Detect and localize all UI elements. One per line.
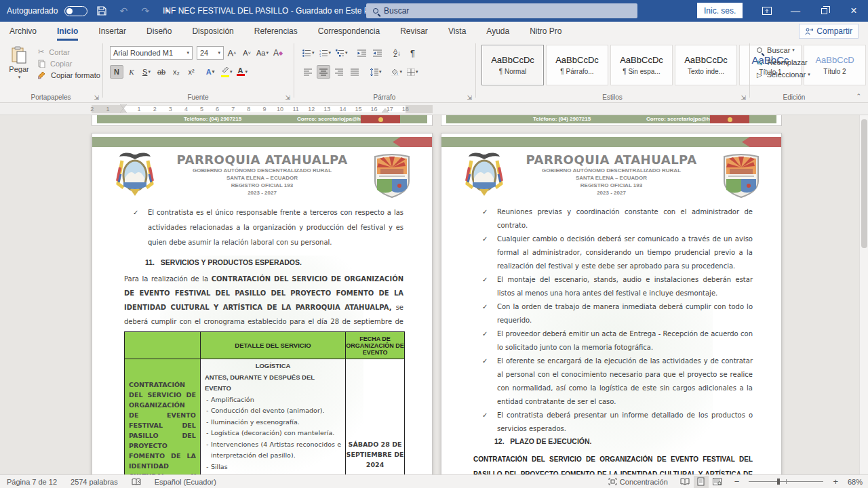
detail-item: -Amplificación — [205, 394, 341, 406]
italic-button[interactable]: K — [125, 65, 138, 79]
previous-page-fragment-right: Teléfono: (04) 2907215 Correo: secretari… — [441, 115, 782, 126]
minimize-button[interactable]: — — [781, 0, 810, 22]
read-mode-button[interactable] — [677, 476, 692, 488]
page-indicator[interactable]: Página 7 de 12 — [7, 478, 57, 486]
bullet-list-button[interactable]: ▾ — [301, 46, 316, 60]
justify-button[interactable] — [348, 65, 361, 79]
zoom-out-button[interactable]: − — [734, 476, 740, 487]
styles-dialog-launcher[interactable]: ⇲ — [741, 94, 746, 101]
zoom-slider-handle[interactable] — [777, 479, 780, 485]
tab-insertar[interactable]: Insertar — [98, 22, 126, 41]
vertical-scrollbar[interactable] — [859, 115, 868, 474]
line-spacing-button[interactable]: ▾ — [368, 65, 383, 79]
check-marker: ✓ — [133, 205, 148, 250]
page-8[interactable]: PARROQUIA ATAHUALPA GOBIERNO AUTÓNOMO DE… — [441, 133, 782, 474]
redo-icon[interactable]: ↷ — [138, 3, 153, 18]
font-size-combobox[interactable]: 24▾ — [197, 46, 224, 60]
bullet-text: El contratista es el único responsable f… — [148, 205, 403, 250]
align-center-button[interactable] — [317, 65, 330, 79]
style-normal[interactable]: AaBbCcDc ¶ Normal — [481, 45, 544, 85]
bullet-text: Reuniones previas y coordinación constan… — [497, 205, 753, 232]
word-count[interactable]: 2574 palabras — [71, 478, 118, 486]
style-texto-independiente[interactable]: AaBbCcDc Texto inde... — [675, 45, 737, 85]
clear-formatting-button[interactable]: A◆ — [271, 46, 285, 60]
font-family-combobox[interactable]: Arial Rounded M1▾ — [110, 46, 193, 60]
superscript-button[interactable]: x² — [184, 65, 198, 79]
ruler-number: 1 — [106, 106, 109, 113]
language-indicator[interactable]: Español (Ecuador) — [155, 478, 216, 486]
copy-button[interactable]: Copiar — [38, 60, 100, 68]
tab-nitro-pro[interactable]: Nitro Pro — [530, 22, 561, 41]
paste-button[interactable]: Pegar ▾ — [5, 46, 33, 80]
font-color-button[interactable]: A ▾ — [235, 65, 250, 79]
decrease-indent-icon — [357, 49, 366, 57]
increase-indent-button[interactable] — [371, 46, 384, 60]
ribbon-display-options-button[interactable] — [753, 0, 781, 22]
tab-diseno[interactable]: Diseño — [146, 22, 172, 41]
show-marks-button[interactable]: ¶ — [406, 46, 420, 60]
scrollbar-thumb[interactable] — [861, 119, 867, 248]
sign-in-button[interactable]: Inic. ses. — [697, 3, 743, 18]
bold-button[interactable]: N — [110, 65, 123, 79]
grow-font-button[interactable]: A˄ — [225, 46, 239, 60]
text-effects-button[interactable]: A▾ — [203, 65, 217, 79]
undo-icon[interactable]: ↶ — [116, 3, 131, 18]
tab-ayuda[interactable]: Ayuda — [486, 22, 509, 41]
paragraph-dialog-launcher[interactable]: ⇲ — [467, 94, 472, 101]
zoom-in-button[interactable]: + — [833, 476, 838, 487]
clipboard-dialog-launcher[interactable]: ⇲ — [94, 94, 99, 101]
strikethrough-button[interactable]: ab — [155, 65, 168, 79]
find-button[interactable]: Buscar▾ — [757, 46, 810, 54]
horizontal-ruler[interactable]: 21123456789101112131415161718 — [0, 103, 868, 115]
select-button[interactable]: ▷ Seleccionar▾ — [757, 70, 810, 79]
cut-button[interactable]: ✂ Cortar — [38, 47, 100, 56]
style-parrafo[interactable]: AaBbCcDc ¶ Párrafo... — [546, 45, 608, 85]
ecuador-coat-of-arms — [114, 151, 156, 200]
tab-inicio[interactable]: Inicio — [57, 22, 78, 41]
subscript-button[interactable]: x₂ — [170, 65, 183, 79]
shrink-font-button[interactable]: A˅ — [240, 46, 254, 60]
shading-button[interactable]: ▾ — [389, 65, 404, 79]
underline-button[interactable]: S▾ — [140, 65, 153, 79]
style-sin-espaciado[interactable]: AaBbCcDc ¶ Sin espa... — [610, 45, 673, 85]
align-right-button[interactable] — [332, 65, 346, 79]
share-button[interactable]: Compartir — [799, 24, 859, 39]
replace-button[interactable]: ⇆ Reemplazar — [757, 58, 810, 66]
font-dialog-launcher[interactable]: ⇲ — [285, 94, 290, 101]
right-indent-marker[interactable] — [382, 108, 389, 113]
ruler-number: 18 — [402, 106, 409, 113]
restore-button[interactable] — [810, 0, 838, 22]
tab-disposicion[interactable]: Disposición — [192, 22, 233, 41]
tab-archivo[interactable]: Archivo — [9, 22, 37, 41]
hanging-indent-marker[interactable] — [120, 108, 127, 113]
org-title: PARROQUIA ATAHUALPA — [170, 152, 354, 167]
tab-vista[interactable]: Vista — [448, 22, 466, 41]
document-canvas[interactable]: Teléfono: (04) 2907215 Correo: secretari… — [0, 115, 868, 474]
autosave-toggle[interactable] — [64, 6, 87, 16]
search-input[interactable]: Buscar — [366, 3, 637, 18]
zoom-slider[interactable] — [749, 481, 823, 482]
change-case-button[interactable]: Aa▾ — [255, 46, 270, 60]
web-layout-button[interactable] — [710, 476, 725, 488]
proofing-errors-icon[interactable] — [132, 478, 141, 486]
collapse-ribbon-icon[interactable]: ⌃ — [856, 93, 861, 100]
highlight-button[interactable]: ▾ — [220, 65, 234, 79]
format-painter-button[interactable]: Copiar formato — [38, 71, 100, 79]
page-7[interactable]: PARROQUIA ATAHUALPA GOBIERNO AUTÓNOMO DE… — [92, 133, 433, 474]
detail-heading-1: LOGÍSTICA — [205, 361, 341, 372]
focus-mode-button[interactable]: Concentración — [608, 478, 668, 486]
borders-button[interactable]: ▾ — [406, 65, 420, 79]
align-left-button[interactable] — [301, 65, 315, 79]
print-layout-button[interactable] — [694, 476, 709, 488]
tab-revisar[interactable]: Revisar — [400, 22, 428, 41]
zoom-level[interactable]: 68% — [848, 478, 863, 486]
ruler-number: 5 — [200, 106, 203, 113]
save-icon[interactable] — [94, 3, 109, 18]
multilevel-list-button[interactable]: ▾ — [334, 46, 349, 60]
close-button[interactable]: × — [840, 0, 868, 22]
tab-correspondencia[interactable]: Correspondencia — [318, 22, 380, 41]
tab-referencias[interactable]: Referencias — [254, 22, 298, 41]
sort-button[interactable]: AZ↓ — [391, 46, 404, 60]
decrease-indent-button[interactable] — [355, 46, 369, 60]
numbered-list-button[interactable]: 123▾ — [318, 46, 333, 60]
